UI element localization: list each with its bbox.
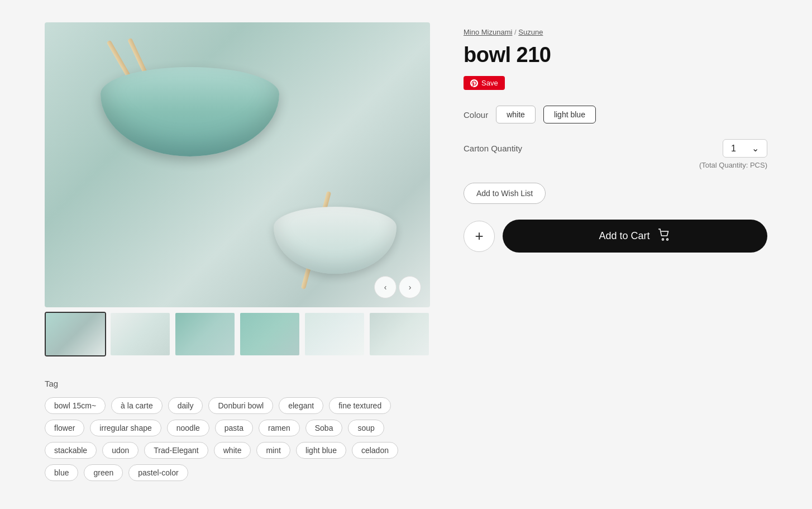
- breadcrumb-separator: /: [514, 28, 517, 36]
- tag-trad-elegant[interactable]: Trad-Elegant: [144, 442, 208, 459]
- next-image-button[interactable]: ›: [399, 276, 421, 298]
- tag-mint[interactable]: mint: [256, 442, 290, 459]
- add-to-cart-label: Add to Cart: [599, 230, 649, 242]
- tag-stackable[interactable]: stackable: [45, 442, 97, 459]
- colour-label: Colour: [464, 110, 488, 120]
- quantity-label: Carton Quantity: [464, 144, 522, 153]
- quantity-value: 1: [731, 144, 736, 154]
- thumbnail-image-2: [111, 313, 170, 355]
- colour-option-light-blue[interactable]: light blue: [543, 106, 596, 123]
- breadcrumb: Mino Mizunami / Suzune: [464, 28, 767, 36]
- colour-section: Colour white light blue: [464, 106, 767, 123]
- tag-flower[interactable]: flower: [45, 420, 84, 436]
- page-container: ‹ › Tag: [0, 0, 812, 503]
- add-to-cart-button[interactable]: Add to Cart: [503, 220, 767, 253]
- tags-header: Tag: [45, 379, 430, 388]
- quantity-row: Carton Quantity 1 ⌄: [464, 139, 767, 158]
- shopping-cart-icon: [658, 229, 671, 241]
- bowl-small: [274, 207, 397, 274]
- colour-option-white[interactable]: white: [496, 106, 536, 123]
- tag-a-la-carte[interactable]: à la carte: [111, 397, 163, 414]
- save-label: Save: [481, 79, 498, 87]
- wishlist-area: Add to Wish List: [464, 183, 767, 215]
- tag-celadon[interactable]: celadon: [352, 442, 398, 459]
- thumbnail-image-5: [305, 313, 364, 355]
- thumbnail-1[interactable]: [45, 312, 106, 356]
- pinterest-icon: [470, 79, 478, 87]
- prev-image-button[interactable]: ‹: [374, 276, 397, 298]
- tags-section: Tag bowl 15cm~ à la carte daily Donburi …: [45, 379, 430, 481]
- tag-pasta[interactable]: pasta: [215, 420, 253, 436]
- thumbnail-2[interactable]: [109, 312, 171, 356]
- plus-button[interactable]: +: [464, 221, 495, 252]
- product-title: bowl 210: [464, 43, 767, 67]
- quantity-section: Carton Quantity 1 ⌄ (Total Quantity: PCS…: [464, 139, 767, 169]
- tag-blue[interactable]: blue: [45, 464, 78, 481]
- image-nav-buttons: ‹ ›: [374, 276, 421, 298]
- thumbnail-image-1: [46, 313, 105, 355]
- tag-donburi-bowl[interactable]: Donburi bowl: [208, 397, 273, 414]
- tag-ramen[interactable]: ramen: [259, 420, 300, 436]
- thumbnail-strip: [45, 312, 430, 356]
- thumbnail-image-6: [370, 313, 429, 355]
- tag-soba[interactable]: Soba: [305, 420, 343, 436]
- tag-soup[interactable]: soup: [348, 420, 384, 436]
- main-image: [45, 22, 430, 307]
- thumbnail-image-3: [175, 313, 235, 355]
- wishlist-button[interactable]: Add to Wish List: [464, 183, 546, 204]
- cart-row: + Add to Cart: [464, 220, 767, 253]
- tag-daily[interactable]: daily: [168, 397, 203, 414]
- left-column: ‹ › Tag: [45, 22, 430, 481]
- thumbnail-4[interactable]: [239, 312, 300, 356]
- quantity-note: (Total Quantity: PCS): [464, 161, 767, 169]
- tag-pastel-color[interactable]: pastel-color: [128, 464, 188, 481]
- tag-udon[interactable]: udon: [102, 442, 138, 459]
- tag-white[interactable]: white: [214, 442, 251, 459]
- tag-fine-textured[interactable]: fine textured: [329, 397, 391, 414]
- tag-green[interactable]: green: [84, 464, 123, 481]
- wishlist-label: Add to Wish List: [476, 189, 533, 198]
- main-image-wrapper: ‹ ›: [45, 22, 430, 307]
- tag-bowl-15cm[interactable]: bowl 15cm~: [45, 397, 106, 414]
- thumbnail-image-4: [240, 313, 299, 355]
- save-button[interactable]: Save: [464, 76, 505, 90]
- breadcrumb-collection[interactable]: Suzune: [518, 28, 543, 36]
- breadcrumb-brand[interactable]: Mino Mizunami: [464, 28, 512, 36]
- quantity-select[interactable]: 1 ⌄: [723, 139, 767, 158]
- cart-icon: [658, 229, 671, 244]
- plus-icon: +: [475, 227, 483, 245]
- thumbnail-5[interactable]: [304, 312, 365, 356]
- tags-grid: bowl 15cm~ à la carte daily Donburi bowl…: [45, 397, 430, 481]
- thumbnail-6[interactable]: [369, 312, 430, 356]
- tag-elegant[interactable]: elegant: [279, 397, 323, 414]
- tag-light-blue[interactable]: light blue: [296, 442, 346, 459]
- chevron-down-icon: ⌄: [752, 143, 759, 154]
- thumbnail-3[interactable]: [174, 312, 236, 356]
- tag-noodle[interactable]: noodle: [167, 420, 209, 436]
- tag-irregular-shape[interactable]: irregular shape: [90, 420, 161, 436]
- bowl-main: [101, 67, 279, 156]
- right-column: Mino Mizunami / Suzune bowl 210 Save Col…: [464, 22, 767, 481]
